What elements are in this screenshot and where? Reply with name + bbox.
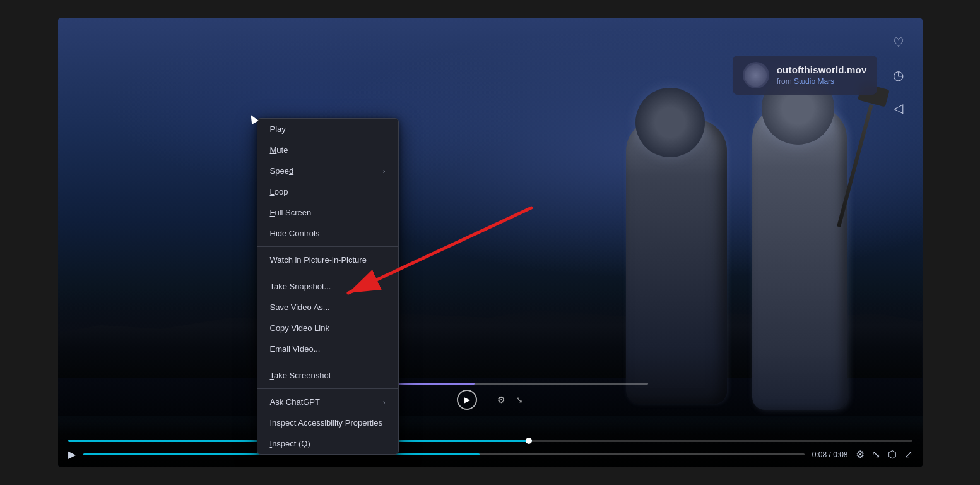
- menu-item-label-inspect-accessibility: Inspect Accessibility Properties: [270, 418, 382, 428]
- menu-separator-1: [257, 246, 398, 247]
- source-from-label: from: [777, 77, 792, 86]
- mini-controls-row: ▶ ⚙ ⤡: [457, 390, 523, 410]
- video-title-block: outofthisworld.mov from Studio Mars: [777, 64, 867, 86]
- menu-item-label-hide-controls: Hide Controls: [270, 229, 320, 238]
- context-menu-item-loop[interactable]: Loop: [257, 181, 398, 202]
- context-menu: Play Mute Speed › Loop Full Screen Hide …: [257, 118, 399, 455]
- astronaut-right: [752, 107, 847, 410]
- menu-item-label-email-video: Email Video...: [270, 344, 321, 354]
- airplay-button[interactable]: ⬡: [888, 448, 897, 460]
- menu-item-label-snapshot: Take Snapshot...: [270, 282, 331, 291]
- video-info-card: outofthisworld.mov from Studio Mars: [733, 56, 877, 95]
- overlay-actions: ♡ ◷ ◁: [887, 31, 910, 119]
- video-source: from Studio Mars: [777, 77, 867, 86]
- video-filename: outofthisworld.mov: [777, 64, 867, 75]
- main-progress-bar[interactable]: [68, 440, 912, 442]
- time-total: 0:08: [833, 450, 847, 459]
- menu-item-label-take-screenshot: Take Screenshot: [270, 371, 331, 380]
- controls-row: ▶ 0:08 / 0:08 ⚙ ⤡ ⬡ ⤢: [68, 448, 912, 460]
- context-menu-item-fullscreen[interactable]: Full Screen: [257, 202, 398, 223]
- mini-play-button[interactable]: ▶: [457, 390, 477, 410]
- settings-button[interactable]: ⚙: [856, 448, 865, 460]
- menu-item-label-save-video: Save Video As...: [270, 302, 330, 312]
- secondary-progress[interactable]: [83, 453, 805, 455]
- player-controls-bar: ▶ 0:08 / 0:08 ⚙ ⤡ ⬡ ⤢: [58, 421, 923, 467]
- video-overlay-top: outofthisworld.mov from Studio Mars ♡ ◷ …: [733, 31, 910, 119]
- menu-item-label-inspect: Inspect (Q): [270, 439, 310, 448]
- context-menu-item-inspect[interactable]: Inspect (Q): [257, 433, 398, 454]
- chatgpt-submenu-chevron: ›: [383, 398, 386, 406]
- outer-frame: outofthisworld.mov from Studio Mars ♡ ◷ …: [0, 0, 980, 485]
- menu-item-label-pip: Watch in Picture-in-Picture: [270, 255, 367, 265]
- avatar-inner: [745, 64, 767, 87]
- speed-submenu-chevron: ›: [383, 167, 386, 175]
- context-menu-item-ask-chatgpt[interactable]: Ask ChatGPT ›: [257, 392, 398, 412]
- time-display: 0:08 / 0:08: [812, 450, 848, 459]
- menu-item-label-play: Play: [270, 124, 286, 134]
- context-menu-item-email-video[interactable]: Email Video...: [257, 338, 398, 359]
- source-name[interactable]: Studio Mars: [794, 77, 834, 86]
- like-button[interactable]: ♡: [887, 31, 910, 54]
- context-menu-item-hide-controls[interactable]: Hide Controls: [257, 223, 398, 244]
- context-menu-item-pip[interactable]: Watch in Picture-in-Picture: [257, 249, 398, 270]
- context-menu-item-inspect-accessibility[interactable]: Inspect Accessibility Properties: [257, 412, 398, 433]
- progress-indicator: [526, 438, 532, 444]
- avatar: [743, 62, 769, 88]
- astronaut-left: [626, 119, 727, 404]
- menu-item-label-speed: Speed: [270, 166, 294, 176]
- context-menu-item-copy-link[interactable]: Copy Video Link: [257, 318, 398, 338]
- mini-settings-button[interactable]: ⚙: [497, 395, 505, 405]
- menu-separator-2: [257, 273, 398, 273]
- pip-button[interactable]: ⤢: [904, 448, 912, 460]
- play-button[interactable]: ▶: [68, 448, 76, 460]
- menu-item-label-ask-chatgpt: Ask ChatGPT: [270, 397, 320, 407]
- video-player: outofthisworld.mov from Studio Mars ♡ ◷ …: [58, 18, 923, 467]
- context-menu-item-snapshot[interactable]: Take Snapshot...: [257, 276, 398, 297]
- context-menu-item-take-screenshot[interactable]: Take Screenshot: [257, 365, 398, 386]
- menu-separator-3: [257, 362, 398, 362]
- menu-item-label-fullscreen: Full Screen: [270, 208, 312, 217]
- menu-item-label-loop: Loop: [270, 187, 288, 196]
- context-menu-item-play[interactable]: Play: [257, 119, 398, 140]
- context-menu-item-save-video[interactable]: Save Video As...: [257, 297, 398, 318]
- context-menu-item-mute[interactable]: Mute: [257, 140, 398, 160]
- context-menu-item-speed[interactable]: Speed ›: [257, 160, 398, 181]
- history-button[interactable]: ◷: [887, 64, 910, 87]
- menu-item-label-copy-link: Copy Video Link: [270, 323, 329, 333]
- fullscreen-button[interactable]: ⤡: [872, 448, 880, 460]
- menu-item-label-mute: Mute: [270, 145, 288, 155]
- share-button[interactable]: ◁: [887, 97, 910, 119]
- menu-separator-4: [257, 388, 398, 389]
- mini-expand-button[interactable]: ⤡: [516, 395, 523, 405]
- time-current: 0:08: [812, 450, 827, 459]
